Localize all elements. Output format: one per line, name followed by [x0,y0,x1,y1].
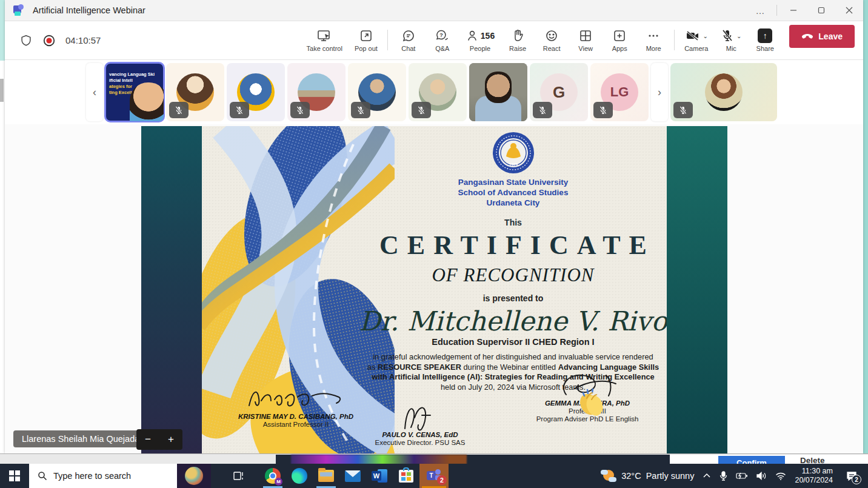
react-icon [544,28,559,43]
mic-off-icon [351,102,370,118]
recipient-role: Education Supervisor II CHED Region I [432,337,594,347]
taskbar-clock[interactable]: 11:30 am 20/07/2024 [795,467,833,485]
presented-to-label: is presented to [483,293,544,303]
people-button[interactable]: 156 People [459,25,501,56]
certificate-left-band [141,126,202,453]
share-icon: ↑ [758,28,772,43]
close-button[interactable] [835,0,863,21]
background-window-dark-area [276,455,670,464]
tray-battery-icon[interactable] [736,472,748,480]
desktop-edge-strip [863,0,868,464]
participant-tile[interactable]: vancing Languag Skiificial Intellategies… [105,63,164,121]
file-explorer-icon[interactable] [313,464,339,488]
chat-icon [401,28,416,43]
participant-tile[interactable] [469,63,527,121]
mic-chevron-icon[interactable]: ⌄ [736,33,741,39]
zoom-in-button[interactable]: + [164,433,178,446]
chrome-icon[interactable]: M [259,464,286,488]
signature-scribble [393,397,447,431]
shared-screen-stage: 1979 Pangasinan State University School … [5,124,863,453]
pop-out-button[interactable]: Pop out [349,25,384,56]
maximize-button[interactable] [807,0,835,21]
taskbar-weather[interactable]: 32°C Partly sunny [601,469,694,483]
take-control-icon [316,28,332,43]
more-icon [646,28,661,43]
chat-button[interactable]: Chat [392,25,426,56]
participant-tile[interactable] [409,63,467,121]
avatar [705,73,743,111]
participant-tile[interactable] [166,63,224,121]
participant-tile[interactable] [227,63,285,121]
qa-button[interactable]: ? Q&A [426,25,459,56]
take-control-button[interactable]: Take control [301,25,349,56]
more-button[interactable]: More [636,25,670,56]
mic-off-icon [673,102,693,118]
desktop-edge-sliver [0,0,5,61]
mic-off-icon [412,102,431,118]
certificate-pre-title: This [504,218,522,227]
participant-tile[interactable] [670,63,777,121]
org-line: Urdaneta City [458,198,569,208]
filmstrip-next-button[interactable]: › [651,63,668,121]
mail-icon[interactable] [339,464,366,488]
edge-icon[interactable] [286,464,313,488]
mic-off-icon [533,102,552,118]
view-button[interactable]: View [569,25,603,56]
search-highlight-image[interactable] [177,464,211,488]
meeting-toolbar: 04:10:57 Take control Pop out Chat [5,21,863,60]
delete-button[interactable]: Delete [800,456,825,464]
window-more-icon[interactable]: … [746,0,774,21]
mic-off-icon [169,102,189,118]
tray-volume-icon[interactable] [756,472,767,480]
mic-button[interactable]: ⌄ Mic [714,25,748,56]
leave-button[interactable]: Leave [789,25,855,48]
mic-off-icon [721,28,734,43]
participant-tile[interactable] [287,63,346,121]
weather-icon [601,469,616,483]
apps-icon [612,28,627,43]
start-button[interactable] [0,464,29,488]
left-scroll-bar [0,79,4,102]
share-button[interactable]: ↑ Share [748,25,782,56]
tray-wifi-icon[interactable] [775,472,786,480]
word-icon[interactable]: W [366,464,393,488]
university-seal: 1979 [492,131,535,175]
participant-tile[interactable] [348,63,406,121]
teams-meeting-window: Artificial Intelligence Webinar … 04:10:… [5,0,863,453]
certificate-title: CERTIFICATE [371,230,655,261]
window-title: Artificial Intelligence Webinar [33,5,145,15]
org-line: Pangasinan State University [458,177,569,187]
certificate-right-band [667,126,727,453]
teams-taskbar-icon[interactable]: T 2 [419,464,449,488]
camera-chevron-icon[interactable]: ⌄ [703,33,708,39]
participant-tile[interactable]: LG [590,63,649,121]
clock-date: 20/07/2024 [795,476,833,485]
minimize-button[interactable] [780,0,807,21]
zoom-control: − + [136,429,182,450]
apps-button[interactable]: Apps [603,25,636,56]
confirm-button[interactable]: Confirm [718,456,785,464]
windows-taskbar: Type here to search M W [0,464,868,488]
zoom-out-button[interactable]: − [141,433,155,446]
task-view-button[interactable] [225,464,252,488]
taskbar-search[interactable]: Type here to search [29,464,211,488]
action-center-badge: 2 [852,475,861,484]
svg-text:1979: 1979 [509,162,518,167]
react-button[interactable]: React [535,25,569,56]
search-placeholder: Type here to search [53,471,131,481]
raise-hand-button[interactable]: Raise [501,25,535,56]
participant-tile[interactable]: G [530,63,588,121]
people-icon [466,28,479,43]
meeting-timer: 04:10:57 [65,35,101,45]
signatory-block: KRISTINE MAY D. CASIBANG, PhD Assistant … [226,384,366,428]
filmstrip-prev-button[interactable]: ‹ [86,63,103,121]
tray-mic-icon[interactable] [719,471,727,481]
camera-button[interactable]: ⌄ Camera [678,25,714,56]
action-center-button[interactable]: 2 [841,464,862,488]
people-count: 156 [481,31,495,41]
qa-icon: ? [435,28,450,43]
teams-notification-badge: 2 [437,475,447,485]
store-icon[interactable] [393,464,419,488]
camera-off-icon [685,28,701,43]
tray-chevron-up-icon[interactable] [703,473,711,479]
